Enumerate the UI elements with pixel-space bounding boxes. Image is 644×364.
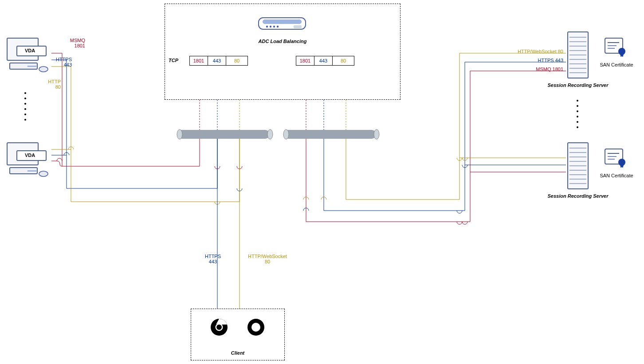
client-title: Client bbox=[191, 350, 284, 356]
srs-msmq-label: MSMQ 1801 bbox=[488, 67, 563, 72]
pipe-left-cap-l bbox=[176, 129, 184, 140]
adc-right-ports: 1801 443 80 bbox=[296, 56, 354, 66]
svg-point-12 bbox=[273, 26, 275, 27]
svg-point-48 bbox=[618, 48, 625, 55]
svg-point-11 bbox=[270, 26, 271, 27]
svg-rect-14 bbox=[294, 25, 302, 28]
vda-bottom-label: VDA bbox=[25, 153, 35, 158]
adc-box: ADC Load Balancing TCP 1801 443 80 1801 … bbox=[165, 4, 401, 100]
vda-ellipsis bbox=[24, 92, 26, 121]
vda-msmq-port: 1801 bbox=[75, 43, 85, 48]
srs-https-label: HTTPS 443 bbox=[488, 58, 563, 63]
adc-right-port-msmq: 1801 bbox=[296, 56, 314, 66]
pipe-left-cap-r bbox=[266, 129, 274, 140]
svg-rect-22 bbox=[27, 66, 36, 67]
svg-point-23 bbox=[39, 67, 48, 72]
svg-point-18 bbox=[374, 129, 379, 139]
pipe-right bbox=[284, 130, 376, 139]
srs-http-label: HTTP/WebSocket 80 bbox=[488, 49, 563, 54]
vda-http-port: 80 bbox=[55, 84, 61, 90]
client-box: Client bbox=[191, 309, 285, 360]
firefox-icon bbox=[247, 318, 265, 337]
client-https-label: HTTPS bbox=[205, 254, 221, 259]
adc-left-port-http: 80 bbox=[226, 56, 248, 66]
computer-icon bbox=[4, 140, 51, 178]
svg-point-15 bbox=[177, 129, 182, 139]
svg-rect-27 bbox=[27, 170, 36, 172]
adc-right-port-https: 443 bbox=[314, 56, 332, 66]
srs-bottom-cert-label: SAN Certificate bbox=[594, 173, 639, 178]
adc-right-port-http: 80 bbox=[332, 56, 354, 66]
vda-top: VDA bbox=[4, 35, 51, 73]
svg-point-63 bbox=[618, 159, 625, 166]
vda-bottom: VDA bbox=[4, 140, 51, 178]
vda-https-label: HTTPS bbox=[56, 57, 72, 62]
pipe-left bbox=[177, 130, 270, 139]
adc-left-ports: 1801 443 80 bbox=[189, 56, 248, 66]
client-http-port: 80 bbox=[265, 259, 270, 264]
vda-https-port: 443 bbox=[64, 62, 72, 67]
vda-top-label: VDA bbox=[25, 48, 35, 53]
svg-point-10 bbox=[266, 26, 268, 27]
client-http-label: HTTP/WebSocket bbox=[248, 254, 287, 259]
certificate-icon bbox=[604, 36, 627, 57]
svg-point-16 bbox=[267, 129, 273, 139]
svg-point-28 bbox=[39, 171, 48, 176]
srs-bottom-title: Session Recording Server bbox=[545, 193, 611, 199]
pipe-right-cap-l bbox=[282, 129, 290, 140]
vda-msmq-label: MSMQ bbox=[70, 38, 85, 43]
srs-ellipsis bbox=[577, 100, 578, 128]
adc-title: ADC Load Balancing bbox=[165, 39, 400, 44]
adc-left-port-msmq: 1801 bbox=[189, 56, 208, 66]
client-https-port: 443 bbox=[209, 259, 217, 264]
adc-tcp-label: TCP bbox=[169, 58, 178, 63]
svg-point-31 bbox=[216, 325, 222, 330]
certificate-icon bbox=[604, 147, 627, 168]
svg-point-13 bbox=[277, 26, 279, 27]
vda-http-label: HTTP bbox=[48, 79, 61, 84]
pipe-right-cap-r bbox=[373, 129, 381, 140]
svg-rect-9 bbox=[263, 20, 302, 24]
adc-appliance-icon bbox=[258, 15, 306, 32]
chrome-icon bbox=[210, 318, 228, 337]
computer-icon bbox=[4, 35, 51, 73]
srs-top-cert-label: SAN Certificate bbox=[594, 62, 639, 67]
server-rack-icon bbox=[566, 31, 590, 80]
adc-left-port-https: 443 bbox=[208, 56, 226, 66]
svg-point-33 bbox=[251, 323, 260, 332]
srs-top-title: Session Recording Server bbox=[545, 82, 611, 88]
svg-point-17 bbox=[283, 129, 289, 139]
server-rack-icon bbox=[566, 142, 590, 191]
